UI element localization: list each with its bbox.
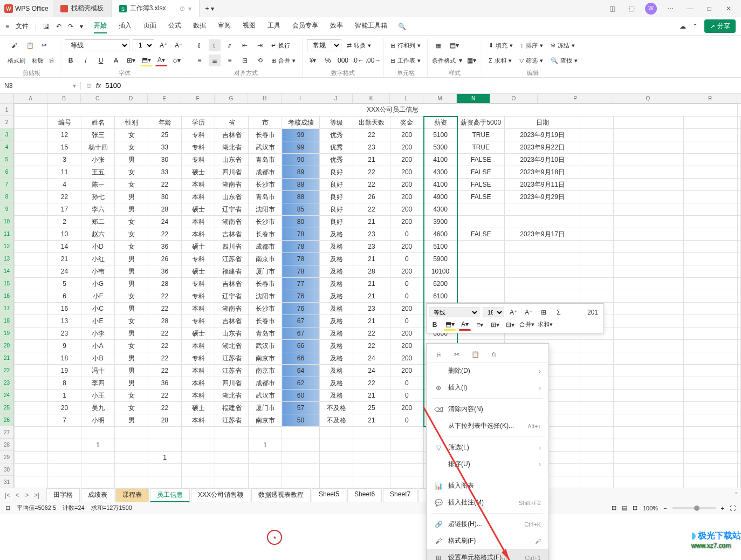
cell[interactable]: 9	[48, 340, 81, 352]
cell[interactable]: 青岛市	[249, 327, 282, 340]
ctx-item[interactable]: 🔗超链接(H)...Ctrl+K	[427, 516, 548, 532]
cell[interactable]: 及格	[320, 365, 353, 377]
cell[interactable]: 2	[48, 216, 81, 228]
mini-align-icon[interactable]: ≡▾	[474, 319, 486, 331]
cell[interactable]: 专科	[182, 352, 215, 365]
cell[interactable]: TRUE	[457, 141, 505, 154]
mini-bold-icon[interactable]: B	[429, 319, 441, 331]
cell[interactable]: 60	[282, 390, 320, 402]
row-header-16[interactable]: 16	[0, 290, 13, 302]
cell[interactable]: 21	[353, 390, 390, 402]
data-grid[interactable]: XXX公司员工信息编号姓名性别年龄学历省市考核成绩等级出勤天数奖金薪资薪资高于5…	[14, 104, 741, 488]
comma-icon[interactable]: 000	[337, 54, 349, 66]
fx-icon[interactable]: fx	[96, 82, 101, 90]
row-header-13[interactable]: 13	[0, 252, 13, 265]
row-header-11[interactable]: 11	[0, 228, 13, 240]
menu-item-8[interactable]: 会员专享	[292, 19, 318, 33]
cell[interactable]: 本科	[182, 228, 215, 241]
col-header-E[interactable]: E	[148, 94, 181, 103]
cell[interactable]: 长春市	[249, 129, 282, 141]
cell[interactable]: 21	[48, 253, 81, 265]
row-header-8[interactable]: 8	[0, 190, 13, 203]
cell[interactable]	[457, 253, 505, 265]
cell[interactable]: 36	[148, 241, 182, 253]
align-top-icon[interactable]: ⫿	[194, 39, 205, 51]
cell[interactable]: 0	[390, 253, 424, 265]
row-header-27[interactable]: 27	[0, 426, 13, 439]
decrease-decimal-icon[interactable]: .0←	[352, 54, 364, 66]
col-header-F[interactable]: F	[181, 94, 215, 103]
cell[interactable]: 厦门市	[249, 402, 282, 414]
cell[interactable]: 15	[48, 141, 81, 154]
undo-icon[interactable]: ↶	[56, 23, 61, 30]
cell[interactable]: 小红	[81, 253, 115, 265]
cell[interactable]: 0	[390, 228, 424, 241]
cell[interactable]: 21	[353, 154, 390, 166]
cell[interactable]: 硕士	[182, 241, 215, 253]
panel-icon[interactable]: ◫	[606, 5, 618, 12]
file-menu[interactable]: 文件	[16, 22, 29, 31]
sheet-tab[interactable]: 成绩表	[81, 488, 114, 502]
cell[interactable]: 杨十四	[81, 141, 115, 154]
cell[interactable]: 专科	[182, 290, 215, 303]
cell[interactable]: 24	[353, 352, 390, 365]
row-header-19[interactable]: 19	[0, 327, 13, 339]
cell[interactable]: 及格	[320, 327, 353, 340]
name-box[interactable]: N3▾	[0, 82, 81, 90]
cell[interactable]: 22	[353, 340, 390, 352]
zoom-slider[interactable]	[673, 507, 716, 509]
cell[interactable]: 湖南省	[215, 179, 249, 191]
cell[interactable]: 33	[148, 166, 182, 179]
menu-item-7[interactable]: 工具	[267, 19, 280, 33]
cell[interactable]: 小D	[81, 241, 115, 253]
view-normal-icon[interactable]: ⊞	[612, 504, 616, 511]
cell[interactable]: 湖北省	[215, 141, 249, 154]
decrease-font-icon[interactable]: A⁻	[173, 39, 184, 51]
first-sheet-icon[interactable]: |<	[3, 491, 12, 499]
col-header-M[interactable]: M	[423, 94, 457, 103]
cell[interactable]: 28	[148, 414, 182, 427]
cell[interactable]: 62	[282, 377, 320, 390]
cell[interactable]: 66	[282, 340, 320, 352]
col-header-K[interactable]: K	[353, 94, 390, 103]
cell[interactable]: 女	[115, 402, 148, 414]
search-icon[interactable]: 🔍	[398, 23, 406, 30]
row-header-10[interactable]: 10	[0, 215, 13, 228]
cell[interactable]: 22	[148, 228, 182, 241]
cell[interactable]: 200	[390, 203, 424, 216]
cell[interactable]: 22	[353, 377, 390, 390]
cell[interactable]: 孙七	[81, 191, 115, 203]
align-middle-icon[interactable]: ⫾	[209, 39, 221, 51]
header-cell[interactable]: 学历	[182, 117, 215, 129]
sheet-tab[interactable]: XXX公司销售额	[191, 488, 250, 502]
cell[interactable]: 200	[390, 141, 424, 154]
row-header-9[interactable]: 9	[0, 203, 13, 215]
ctx-item[interactable]: 删除(D)›	[427, 363, 548, 379]
cell[interactable]: 76	[282, 303, 320, 315]
cell[interactable]: 不及格	[320, 414, 353, 427]
row-header-1[interactable]: 1	[0, 104, 13, 116]
cell[interactable]: TRUE	[457, 129, 505, 141]
cell[interactable]	[457, 290, 505, 303]
cell[interactable]: 2023年9月19日	[505, 129, 580, 141]
cell[interactable]: 200	[390, 402, 424, 414]
cell[interactable]: 长沙市	[249, 216, 282, 228]
header-cell[interactable]: 性别	[115, 117, 148, 129]
cell[interactable]: 男	[115, 377, 148, 390]
ctx-item[interactable]: 从下拉列表中选择(K)...Alt+↓	[427, 418, 548, 434]
cell[interactable]: 0	[390, 290, 424, 303]
format-painter-button[interactable]: 🖌	[8, 40, 20, 51]
cell[interactable]: 21	[353, 278, 390, 290]
cell[interactable]: 22	[148, 303, 182, 315]
cell[interactable]: 4300	[424, 203, 457, 216]
cell[interactable]: 36	[148, 265, 182, 278]
cell[interactable]: 22	[148, 327, 182, 340]
cell[interactable]: 24	[48, 265, 81, 278]
cell[interactable]: 吉林省	[215, 129, 249, 141]
cell[interactable]: 小F	[81, 290, 115, 303]
cell[interactable]: 江苏省	[215, 414, 249, 427]
cell[interactable]: 10100	[424, 265, 457, 278]
cell[interactable]: 专科	[182, 315, 215, 327]
clear-format-icon[interactable]: ◇▾	[170, 54, 182, 66]
cell[interactable]: 及格	[320, 241, 353, 253]
